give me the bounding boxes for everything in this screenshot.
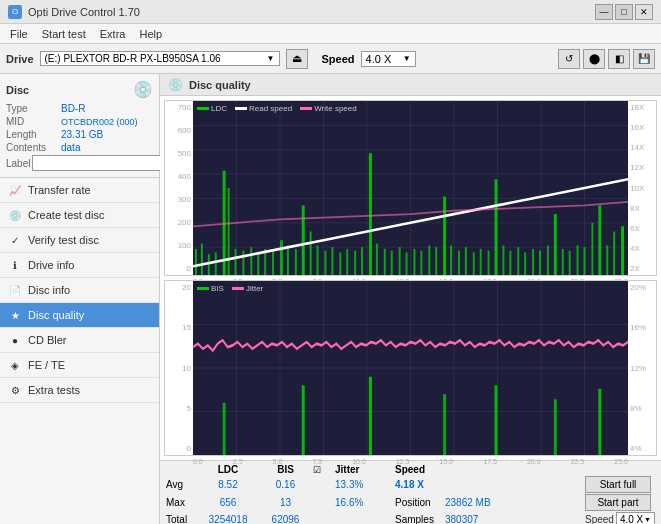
ldc-y-label-600: 600 [178,126,191,135]
menu-start-test[interactable]: Start test [36,27,92,41]
drive-bar: Drive (E:) PLEXTOR BD-R PX-LB950SA 1.06 … [0,44,661,74]
svg-rect-66 [562,249,564,275]
drive-eject-button[interactable]: ⏏ [286,49,308,69]
drive-select-value: (E:) PLEXTOR BD-R PX-LB950SA 1.06 [45,53,221,64]
drive-info-icon: ℹ [8,258,22,272]
extra-tests-icon: ⚙ [8,383,22,397]
disc-info-icon: 📄 [8,283,22,297]
drive-label: Drive [6,53,34,65]
svg-rect-41 [376,244,378,275]
save-button[interactable]: 💾 [633,49,655,69]
svg-rect-72 [606,245,608,275]
sidebar-item-fe-te[interactable]: ◈ FE / TE [0,353,159,378]
main-layout: Disc 💿 Type BD-R MID OTCBDR002 (000) Len… [0,74,661,524]
sidebar-item-cd-bler[interactable]: ● CD Bler [0,328,159,353]
svg-rect-63 [539,251,541,275]
bis-y-15: 15 [182,323,191,332]
jitter-checkbox[interactable]: ☑ [313,465,321,475]
svg-rect-45 [406,252,408,275]
stats-max-row: Max 656 13 16.6% Position 23862 MB Start… [166,494,655,511]
svg-rect-27 [272,251,274,275]
ldc-yr-12: 12X [630,163,644,172]
disc-length-label: Length [6,129,61,140]
disc-copy-button[interactable]: ⬤ [583,49,605,69]
jitter-checkbox-area: ☑ [313,464,335,475]
bis-yr-8: 8% [630,404,642,413]
svg-rect-29 [287,245,289,275]
close-button[interactable]: ✕ [635,4,653,20]
minimize-button[interactable]: — [595,4,613,20]
sidebar-item-transfer-rate[interactable]: 📈 Transfer rate [0,178,159,203]
svg-rect-42 [384,249,386,275]
svg-rect-64 [547,245,549,275]
refresh-drive-button[interactable]: ↺ [558,49,580,69]
disc-type-label: Type [6,103,61,114]
svg-rect-54 [473,252,475,275]
verify-test-disc-icon: ✓ [8,233,22,247]
legend-write-speed-color [300,107,312,110]
drive-select[interactable]: (E:) PLEXTOR BD-R PX-LB950SA 1.06 ▼ [40,51,280,66]
sidebar-item-extra-tests[interactable]: ⚙ Extra tests [0,378,159,403]
menu-extra[interactable]: Extra [94,27,132,41]
ldc-yr-6: 6X [630,224,640,233]
start-full-button[interactable]: Start full [585,476,651,493]
avg-jitter: 13.3% [335,479,395,490]
svg-rect-32 [310,232,312,276]
svg-rect-91 [443,394,446,455]
svg-rect-23 [242,251,244,275]
charts-area: 700 600 500 400 300 200 100 0 [160,96,661,460]
cd-bler-icon: ● [8,333,22,347]
ldc-yr-4: 4X [630,244,640,253]
fe-te-icon: ◈ [8,358,22,372]
sidebar-item-label-drive-info: Drive info [28,259,74,271]
legend-ldc-label: LDC [211,104,227,113]
speed-select[interactable]: 4.0 X ▼ [361,51,416,67]
disc-quality-header: 💿 Disc quality [160,74,661,96]
max-label: Max [166,497,198,508]
chart2-legend: BIS Jitter [197,284,263,293]
menu-file[interactable]: File [4,27,34,41]
svg-rect-61 [524,252,526,275]
svg-rect-30 [295,249,297,275]
sidebar: Disc 💿 Type BD-R MID OTCBDR002 (000) Len… [0,74,160,524]
ldc-chart-svg [193,101,628,275]
stats-total-row: Total 3254018 62096 Samples 380307 Speed… [166,512,655,524]
sidebar-item-create-test-disc[interactable]: 💿 Create test disc [0,203,159,228]
legend-jitter-label: Jitter [246,284,263,293]
disc-quality-icon: ★ [8,308,22,322]
total-bis: 62096 [258,514,313,524]
svg-rect-88 [223,403,226,455]
sidebar-item-disc-quality[interactable]: ★ Disc quality [0,303,159,328]
svg-rect-93 [554,399,557,455]
stats-speed-select[interactable]: 4.0 X ▼ [616,512,655,524]
stats-speed-chevron: ▼ [644,516,651,523]
sidebar-item-label-transfer-rate: Transfer rate [28,184,91,196]
svg-rect-44 [399,247,401,275]
legend-ldc: LDC [197,104,227,113]
sidebar-item-drive-info[interactable]: ℹ Drive info [0,253,159,278]
transfer-rate-icon: 📈 [8,183,22,197]
ldc-yr-8: 8X [630,204,640,213]
maximize-button[interactable]: □ [615,4,633,20]
drive-select-chevron: ▼ [267,54,275,63]
speed-label: Speed [322,53,355,65]
start-part-button[interactable]: Start part [585,494,651,511]
position-label: Position [395,497,445,508]
disc-type-value: BD-R [61,103,85,114]
stats-header-ldc: LDC [198,464,258,475]
disc-label-input[interactable] [32,155,165,171]
disc-mid-value: OTCBDR002 (000) [61,117,138,127]
titlebar-controls: — □ ✕ [595,4,653,20]
svg-rect-89 [302,385,305,455]
menubar: File Start test Extra Help [0,24,661,44]
svg-rect-56 [488,251,490,275]
sidebar-item-verify-test-disc[interactable]: ✓ Verify test disc [0,228,159,253]
ldc-y-label-0: 0 [187,264,191,273]
svg-rect-39 [361,247,363,275]
sidebar-item-disc-info[interactable]: 📄 Disc info [0,278,159,303]
svg-rect-58 [502,245,504,275]
ldc-y-label-500: 500 [178,149,191,158]
disc-settings-button[interactable]: ◧ [608,49,630,69]
svg-rect-28 [280,240,283,275]
menu-help[interactable]: Help [133,27,168,41]
